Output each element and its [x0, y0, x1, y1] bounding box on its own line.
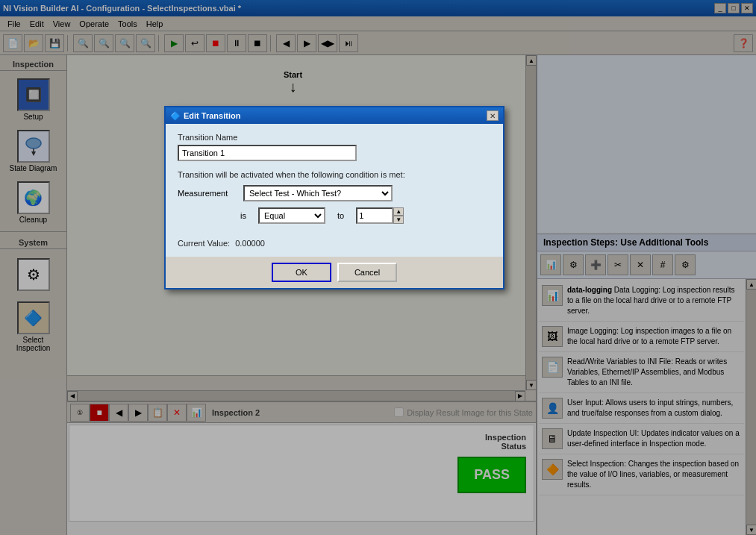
edit-transition-dialog: 🔷 Edit Transition ✕ Transition Name Tran…	[164, 106, 504, 290]
modal-title-icon: 🔷	[170, 111, 181, 121]
condition-text: Transition will be activated when the fo…	[178, 170, 491, 179]
cancel-button[interactable]: Cancel	[337, 263, 397, 282]
current-value-row: Current Value: 0.00000	[178, 239, 491, 248]
transition-name-label: Transition Name	[178, 133, 491, 142]
spin-buttons: ▲ ▼	[393, 207, 404, 224]
modal-close-button[interactable]: ✕	[487, 110, 499, 121]
spin-down-button[interactable]: ▼	[393, 216, 404, 224]
current-value-label: Current Value:	[178, 239, 230, 248]
to-label: to	[337, 211, 344, 220]
modal-buttons: OK Cancel	[166, 257, 503, 288]
modal-overlay: 🔷 Edit Transition ✕ Transition Name Tran…	[0, 0, 756, 535]
modal-title-text: 🔷 Edit Transition	[170, 111, 240, 121]
to-value-spinbox: ▲ ▼	[356, 207, 404, 224]
current-value: 0.00000	[235, 239, 265, 248]
modal-title-label: Edit Transition	[184, 111, 240, 120]
measurement-row: Measurement Select Test - Which Test?	[178, 185, 491, 201]
comparison-select[interactable]: Equal Not Equal	[258, 207, 325, 224]
measurement-select[interactable]: Select Test - Which Test?	[243, 185, 393, 201]
comparison-row: is Equal Not Equal to ▲ ▼	[178, 207, 491, 224]
is-label: is	[240, 211, 246, 220]
ok-button[interactable]: OK	[272, 263, 331, 282]
to-value-input[interactable]	[356, 207, 393, 224]
transition-name-input[interactable]	[178, 145, 357, 161]
modal-body: Transition Name Transition will be activ…	[166, 124, 503, 257]
spin-up-button[interactable]: ▲	[393, 207, 404, 216]
measurement-label: Measurement	[178, 189, 237, 198]
modal-title-bar: 🔷 Edit Transition ✕	[166, 107, 503, 124]
